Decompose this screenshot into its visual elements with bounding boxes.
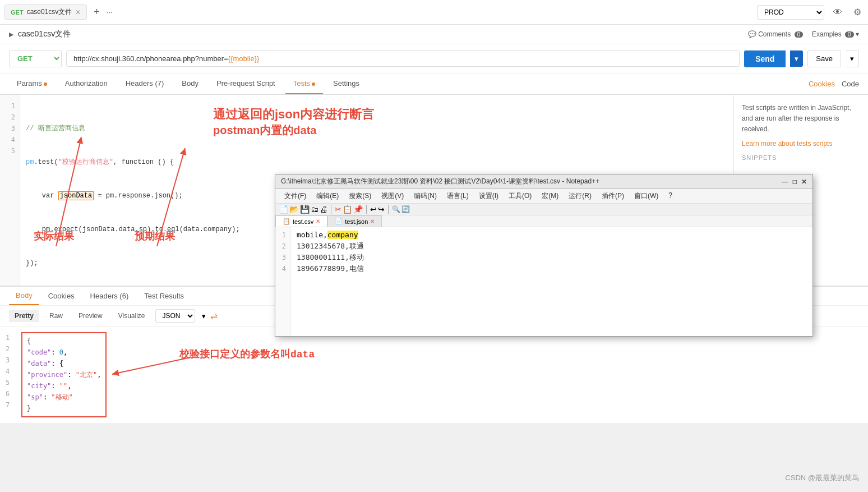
save-button[interactable]: Save [807, 50, 841, 67]
notepad-menu-search[interactable]: 搜索(S) [344, 190, 376, 202]
csv-line-3: 13800001111,移动 [297, 252, 807, 263]
resp-tab-pretty[interactable]: Pretty [9, 310, 39, 322]
format-select[interactable]: JSON XML HTML [155, 309, 195, 323]
notepad-toolbar-icon-copy[interactable]: 📋 [343, 205, 352, 214]
notepad-menu-run[interactable]: 运行(R) [564, 190, 596, 202]
examples-count: 0 [845, 31, 854, 38]
method-select[interactable]: GET POST PUT DELETE [9, 50, 62, 67]
notepad-tab-json[interactable]: 📄 test.json ✕ [327, 215, 382, 227]
tab-name: case01csv文件 [27, 7, 72, 17]
active-tab[interactable]: GET case01csv文件 ✕ [4, 4, 87, 20]
examples-label: Examples [812, 30, 842, 38]
notepad-toolbar-icon-find[interactable]: 🔍 [392, 205, 400, 213]
response-tab-test-results[interactable]: Test Results [137, 287, 191, 305]
learn-more-link[interactable]: Learn more about tests scripts [742, 140, 832, 148]
notepad-menu-tools[interactable]: 工具(O) [504, 190, 536, 202]
notepad-menu-window[interactable]: 窗口(W) [630, 190, 663, 202]
notepad-code-area[interactable]: mobile,company 13012345678,联通 1380000111… [291, 227, 812, 336]
json-file-icon: 📄 [335, 218, 343, 225]
notepad-file-tabs: 📋 test.csv ✕ 📄 test.json ✕ [275, 215, 812, 227]
notepad-menubar: 文件(F) 编辑(E) 搜索(S) 视图(V) 编码(N) 语言(L) 设置(I… [275, 189, 812, 204]
tab-params[interactable]: Params [9, 73, 55, 94]
top-right-controls: PROD DEV STAGING 👁 ⚙ [757, 4, 864, 20]
resp-tab-preview[interactable]: Preview [73, 310, 108, 322]
tab-authorization[interactable]: Authorization [57, 73, 116, 94]
notepad-toolbar-icon-new[interactable]: 📄 [279, 205, 288, 214]
json-response: { "code": 0, "data": { "province": "北京",… [21, 332, 107, 417]
close-tab-button[interactable]: ✕ [75, 8, 81, 16]
notepad-menu-macro[interactable]: 宏(M) [537, 190, 563, 202]
examples-button[interactable]: Examples 0 ▾ [812, 30, 859, 38]
csv-highlight-company: company [327, 231, 358, 239]
notepad-menu-settings[interactable]: 设置(I) [474, 190, 503, 202]
request-title: case01csv文件 [18, 29, 71, 39]
url-input[interactable]: http://cx.shouji.360.cn/phonearea.php?nu… [66, 50, 740, 67]
response-body: 1234567 { "code": 0, "data": { "province… [0, 327, 868, 423]
notepad-toolbar-icon-saveall[interactable]: 🗂 [311, 205, 318, 214]
tab-body[interactable]: Body [174, 73, 206, 94]
cookies-link[interactable]: Cookies [809, 80, 835, 88]
notepad-tab-json-close[interactable]: ✕ [370, 218, 375, 224]
top-bar: GET case01csv文件 ✕ + ··· PROD DEV STAGING… [0, 0, 868, 25]
notepad-minimize-button[interactable]: — [782, 178, 788, 186]
comments-count: 0 [795, 31, 804, 38]
right-panel-description: Test scripts are written in JavaScript, … [742, 103, 860, 135]
notepad-menu-language[interactable]: 语言(L) [442, 190, 473, 202]
notepad-toolbar-icon-save[interactable]: 💾 [300, 205, 310, 214]
notepad-toolbar-icon-print[interactable]: 🖨 [320, 205, 327, 214]
notepad-tab-csv-close[interactable]: ✕ [316, 218, 320, 224]
notepad-menu-edit[interactable]: 编辑(E) [312, 190, 343, 202]
request-tabs-nav: Params Authorization Headers (7) Body Pr… [0, 73, 868, 95]
tab-pre-request[interactable]: Pre-request Script [209, 73, 283, 94]
notepad-file-content: 1234 mobile,company 13012345678,联通 13800… [275, 227, 812, 336]
csv-file-icon: 📋 [283, 218, 290, 225]
eye-icon-button[interactable]: 👁 [831, 5, 844, 20]
tab-tests[interactable]: Tests [285, 73, 323, 94]
response-tab-body[interactable]: Body [9, 287, 39, 305]
dropdown-icon[interactable]: ▾ [202, 312, 206, 320]
title-right-actions: 💬 Comments 0 Examples 0 ▾ [748, 30, 859, 38]
expand-arrow-icon[interactable]: ▶ [9, 31, 13, 38]
tab-settings[interactable]: Settings [325, 73, 367, 94]
save-dropdown-button[interactable]: ▾ [846, 50, 859, 67]
notepad-line-numbers: 1234 [275, 227, 291, 336]
notepad-toolbar-icon-paste[interactable]: 📌 [353, 205, 363, 214]
notepad-toolbar-icon-undo[interactable]: ↩ [370, 205, 377, 214]
code-link[interactable]: Code [842, 80, 859, 88]
send-dropdown-button[interactable]: ▾ [790, 50, 803, 67]
environment-select[interactable]: PROD DEV STAGING [757, 5, 824, 20]
notepad-menu-encoding[interactable]: 编码(N) [409, 190, 441, 202]
more-tabs-button[interactable]: ··· [107, 8, 113, 16]
wrap-icon[interactable]: ⇌ [210, 311, 218, 321]
tab-headers[interactable]: Headers (7) [118, 73, 172, 94]
notepad-window: G:\itheima\北京修正黑马软件测试就业23期\00 资料\02 接口测试… [275, 174, 813, 337]
notepad-toolbar-icon-redo[interactable]: ↪ [378, 205, 385, 214]
tab-right-links: Cookies Code [809, 80, 859, 88]
notepad-title: G:\itheima\北京修正黑马软件测试就业23期\00 资料\02 接口测试… [281, 177, 599, 186]
notepad-toolbar: 📄 📂 💾 🗂 🖨 ✂ 📋 📌 ↩ ↪ 🔍 🔄 [275, 204, 812, 215]
notepad-menu-plugins[interactable]: 插件(P) [597, 190, 629, 202]
toolbar-separator-1 [331, 205, 331, 214]
url-variable: {{mobile}} [228, 54, 260, 63]
notepad-maximize-button[interactable]: □ [793, 178, 797, 186]
notepad-toolbar-icon-open[interactable]: 📂 [289, 205, 299, 214]
notepad-menu-view[interactable]: 视图(V) [377, 190, 408, 202]
response-line-area: 1234567 { "code": 0, "data": { "province… [6, 332, 862, 417]
notepad-tab-csv[interactable]: 📋 test.csv ✕ [275, 215, 327, 227]
toolbar-separator-2 [366, 205, 367, 214]
resp-tab-visualize[interactable]: Visualize [113, 310, 151, 322]
resp-tab-raw[interactable]: Raw [44, 310, 68, 322]
comments-label: Comments [758, 30, 791, 38]
notepad-menu-file[interactable]: 文件(F) [280, 190, 311, 202]
send-button[interactable]: Send [744, 50, 786, 67]
response-tab-headers[interactable]: Headers (6) [84, 287, 136, 305]
notepad-toolbar-icon-cut[interactable]: ✂ [335, 205, 341, 214]
response-tab-cookies[interactable]: Cookies [41, 287, 81, 305]
notepad-window-controls: — □ ✕ [782, 178, 807, 186]
settings-icon-button[interactable]: ⚙ [851, 4, 864, 20]
notepad-toolbar-icon-replace[interactable]: 🔄 [401, 205, 410, 213]
add-tab-button[interactable]: + [90, 6, 103, 18]
notepad-close-button[interactable]: ✕ [801, 178, 807, 186]
notepad-menu-help[interactable]: ? [664, 190, 677, 202]
comments-button[interactable]: 💬 Comments 0 [748, 30, 803, 38]
